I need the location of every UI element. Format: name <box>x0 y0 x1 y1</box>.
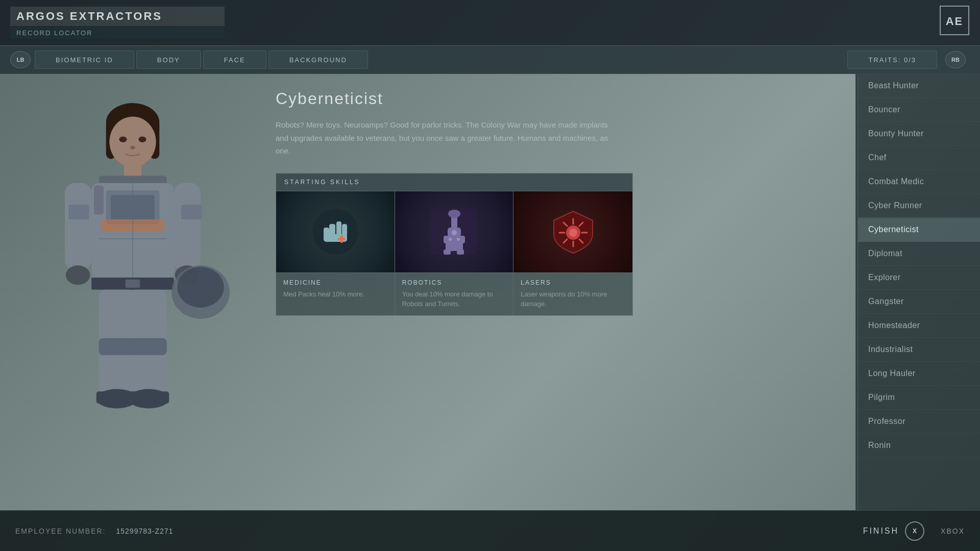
skill-info-medicine: MEDICINE Med Packs heal 10% more. <box>276 273 395 315</box>
svg-point-8 <box>138 137 146 142</box>
sidebar-item-gangster[interactable]: Gangster <box>858 290 980 314</box>
skill-desc-medicine: Med Packs heal 10% more. <box>283 289 387 299</box>
background-list[interactable]: Beast HunterBouncerBounty HunterChefComb… <box>857 74 980 510</box>
tab-biometric-id[interactable]: BIOMETRIC ID <box>35 51 134 69</box>
main-content: Cyberneticist Robots? Mere toys. Neuroam… <box>0 74 980 510</box>
skills-grid: MEDICINE Med Packs heal 10% more. <box>276 191 632 315</box>
svg-rect-29 <box>130 338 166 355</box>
app-title: ARGOS EXTRACTORS <box>10 7 225 26</box>
app-subtitle: RECORD LOCATOR <box>10 27 225 39</box>
svg-point-9 <box>130 146 135 150</box>
svg-point-6 <box>109 117 156 167</box>
lb-button[interactable]: LB <box>10 51 31 68</box>
background-title: Cyberneticist <box>276 89 845 108</box>
svg-rect-18 <box>65 183 91 270</box>
svg-point-55 <box>457 238 460 241</box>
nav-tabs: LB BIOMETRIC ID BODY FACE BACKGROUND TRA… <box>0 46 980 74</box>
sidebar-item-diplomat[interactable]: Diplomat <box>858 242 980 266</box>
skills-header: STARTING SKILLS <box>276 173 632 191</box>
description-area: Cyberneticist Robots? Mere toys. Neuroam… <box>276 89 845 500</box>
svg-point-7 <box>119 137 127 142</box>
xbox-label: XBOX <box>941 527 965 535</box>
tab-background[interactable]: BACKGROUND <box>268 51 368 69</box>
svg-point-19 <box>66 265 90 285</box>
sidebar-item-professor[interactable]: Professor <box>858 410 980 434</box>
skill-card-robotics: ROBOTICS You deal 10% more damage to Rob… <box>395 191 514 315</box>
background-description: Robots? Mere toys. Neuroamps? Good for p… <box>276 118 623 158</box>
skill-icon-medicine <box>276 191 395 273</box>
svg-point-54 <box>449 238 452 241</box>
svg-text:AE: AE <box>946 15 964 28</box>
skill-card-medicine: MEDICINE Med Packs heal 10% more. <box>276 191 395 315</box>
sidebar-item-bounty-hunter[interactable]: Bounty Hunter <box>858 122 980 146</box>
finish-label: FINISH <box>863 527 899 536</box>
svg-rect-28 <box>99 338 135 355</box>
skill-info-lasers: LASERS Laser weapons do 10% more damage. <box>513 273 632 315</box>
skill-name-robotics: ROBOTICS <box>402 279 506 286</box>
skill-icon-robotics <box>395 191 513 273</box>
tab-face[interactable]: FACE <box>203 51 266 69</box>
skill-name-lasers: LASERS <box>521 279 625 286</box>
sidebar-item-bouncer[interactable]: Bouncer <box>858 98 980 122</box>
svg-rect-34 <box>94 186 104 215</box>
rb-button[interactable]: RB <box>945 51 966 68</box>
character-figure <box>0 74 265 510</box>
skill-info-robotics: ROBOTICS You deal 10% more damage to Rob… <box>395 273 513 315</box>
svg-rect-33 <box>128 391 169 404</box>
employee-label: EMPLOYEE NUMBER: <box>15 527 106 535</box>
sidebar-item-long-hauler[interactable]: Long Hauler <box>858 362 980 386</box>
svg-rect-24 <box>69 205 89 220</box>
sidebar-item-combat-medic[interactable]: Combat Medic <box>858 170 980 194</box>
header: ARGOS EXTRACTORS RECORD LOCATOR AE <box>0 0 980 46</box>
sidebar-item-explorer[interactable]: Explorer <box>858 266 980 290</box>
tab-body[interactable]: BODY <box>136 51 201 69</box>
lasers-icon <box>548 206 599 257</box>
svg-rect-52 <box>457 249 464 255</box>
ae-logo-icon: AE <box>939 5 970 36</box>
svg-rect-17 <box>126 280 140 288</box>
character-panel <box>0 74 265 510</box>
sidebar-item-cyberneticist[interactable]: Cyberneticist <box>858 218 980 242</box>
sidebar-item-chef[interactable]: Chef <box>858 146 980 170</box>
bottom-bar: EMPLOYEE NUMBER: 15299783-Z271 FINISH X … <box>0 510 980 551</box>
sidebar-item-pilgrim[interactable]: Pilgrim <box>858 386 980 410</box>
tab-traits[interactable]: TRAITS: 0/3 <box>847 51 937 69</box>
svg-rect-20 <box>174 183 201 270</box>
finish-circle-button[interactable]: X <box>905 521 924 541</box>
sidebar-item-homesteader[interactable]: Homesteader <box>858 314 980 338</box>
sidebar-item-beast-hunter[interactable]: Beast Hunter <box>858 74 980 98</box>
background-panel: Cyberneticist Robots? Mere toys. Neuroam… <box>265 74 855 510</box>
medicine-icon <box>310 206 361 257</box>
svg-point-23 <box>177 267 224 308</box>
sidebar-item-industrialist[interactable]: Industrialist <box>858 338 980 362</box>
robotics-icon <box>428 206 479 257</box>
finish-button[interactable]: FINISH X XBOX <box>863 521 965 541</box>
svg-rect-44 <box>340 235 343 243</box>
svg-rect-51 <box>444 249 451 255</box>
svg-point-53 <box>452 230 457 235</box>
sidebar-item-ronin[interactable]: Ronin <box>858 434 980 458</box>
skill-desc-lasers: Laser weapons do 10% more damage. <box>521 289 625 309</box>
svg-point-57 <box>569 229 577 237</box>
skill-desc-robotics: You deal 10% more damage to Robots and T… <box>402 289 506 309</box>
header-title-block: ARGOS EXTRACTORS RECORD LOCATOR <box>0 0 235 45</box>
skill-name-medicine: MEDICINE <box>283 279 387 286</box>
skill-icon-lasers <box>513 191 632 273</box>
skill-card-lasers: LASERS Laser weapons do 10% more damage. <box>513 191 632 315</box>
svg-rect-25 <box>181 205 202 220</box>
svg-point-47 <box>448 210 460 218</box>
skills-container: STARTING SKILLS <box>276 173 633 316</box>
employee-number: 15299783-Z271 <box>116 527 173 535</box>
sidebar-item-cyber-runner[interactable]: Cyber Runner <box>858 194 980 218</box>
